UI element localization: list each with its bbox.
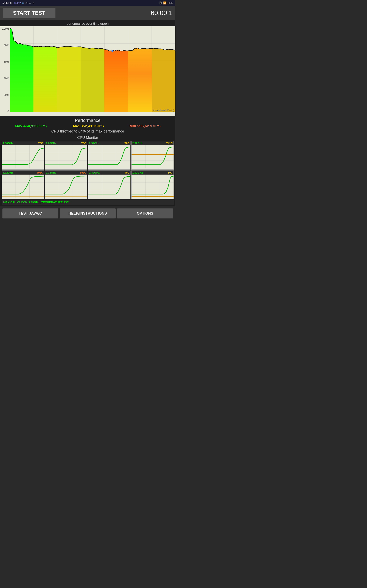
cpu-cell-2-freq: 2.32GHz bbox=[89, 142, 100, 145]
cpu-cell-5: 2.32GHz T93C bbox=[45, 171, 87, 199]
test-java-button[interactable]: TEST JAVA/C bbox=[2, 208, 58, 218]
header-row: START TEST 60:00:1 bbox=[0, 6, 175, 20]
cpu-cell-0-chart bbox=[2, 145, 44, 168]
vibrate-icon: 📳 bbox=[159, 1, 162, 4]
start-test-button[interactable]: START TEST bbox=[3, 8, 55, 18]
nav-icon: ◁ bbox=[25, 1, 27, 4]
svg-marker-18 bbox=[152, 48, 175, 112]
cpu-cell-3-chart bbox=[132, 145, 174, 168]
cpu-cell-3-header: 2.32GHz T41C bbox=[132, 141, 174, 145]
cpu-cell-2-temp: T0C bbox=[124, 142, 129, 145]
cpu-cell-6-header: 2.32GHz T0C bbox=[88, 171, 130, 174]
cpu-cell-4-temp: T93C bbox=[36, 171, 43, 174]
svg-marker-17 bbox=[128, 48, 152, 112]
cpu-cell-1-chart bbox=[45, 145, 87, 168]
cpu-cell-3: 2.32GHz T41C bbox=[131, 141, 174, 170]
performance-chart bbox=[10, 26, 175, 112]
status-right: 📳 📶 85% bbox=[159, 1, 173, 4]
cpu-cell-0-freq: 1.80GHz bbox=[3, 142, 13, 145]
max-clock-bar: MAX CPU CLOCK:3.39GHz, TEMPERATURE:93C bbox=[2, 200, 174, 205]
cpu-cell-1-header: 1.80GHz T0C bbox=[45, 141, 87, 145]
shield-icon: 🛡 bbox=[29, 1, 31, 4]
cpu-cell-1-temp: T0C bbox=[81, 142, 86, 145]
svg-marker-15 bbox=[81, 47, 104, 112]
max-stat: Max 464,933GIPS bbox=[15, 124, 47, 129]
cpu-cell-7: 1.01GHz T0C bbox=[131, 171, 174, 199]
cpu-cell-2: 2.32GHz T0C bbox=[88, 141, 131, 170]
cpu-cell-6-temp: T0C bbox=[124, 171, 129, 174]
cpu-cell-4-freq: 2.32GHz bbox=[3, 171, 13, 174]
cpu-cell-5-temp: T93C bbox=[80, 171, 86, 174]
cpu-cell-7-header: 1.01GHz T0C bbox=[132, 171, 174, 174]
graph-section: performance over time graph 100% 80% 60%… bbox=[0, 20, 175, 116]
cpu-cell-0: 1.80GHz T0C bbox=[2, 141, 44, 170]
chart-area: time(interval 10min) bbox=[10, 26, 175, 112]
cpu-cell-3-freq: 2.32GHz bbox=[132, 142, 143, 145]
wifi-icon: 📶 bbox=[163, 1, 166, 4]
refresh-rate: 144hz bbox=[13, 1, 21, 4]
y-label-0: 0 bbox=[1, 110, 9, 113]
svg-marker-16 bbox=[104, 49, 128, 112]
cpu-monitor-title: CPU Monitor bbox=[2, 136, 174, 140]
y-label-80: 80% bbox=[1, 44, 9, 47]
cpu-cell-2-header: 2.32GHz T0C bbox=[88, 141, 130, 145]
svg-marker-14 bbox=[57, 46, 81, 112]
bottom-buttons: TEST JAVA/C HELP/INSTRUCTIONS OPTIONS bbox=[0, 207, 175, 221]
perf-stats-row: Max 464,933GIPS Avg 352,419GIPS Min 296,… bbox=[2, 124, 173, 129]
cpu-cell-5-chart bbox=[45, 174, 87, 198]
time-display: 5:56 PM bbox=[2, 1, 12, 4]
cpu-cell-1: 1.80GHz T0C bbox=[45, 141, 87, 170]
cpu-cell-5-freq: 2.32GHz bbox=[46, 171, 56, 174]
cpu-cell-6-chart bbox=[88, 174, 130, 198]
timer-display: 60:00:1 bbox=[151, 9, 173, 17]
cpu-cell-0-header: 1.80GHz T0C bbox=[2, 141, 44, 145]
cpu-cell-4-header: 2.32GHz T93C bbox=[2, 171, 44, 174]
battery-display: 85% bbox=[167, 1, 173, 4]
options-button[interactable]: OPTIONS bbox=[117, 208, 173, 218]
cpu-cell-7-temp: T0C bbox=[167, 171, 173, 174]
cpu-monitor-section: CPU Monitor 1.80GHz T0C 1.8 bbox=[0, 135, 175, 207]
y-label-60: 60% bbox=[1, 60, 9, 63]
y-axis: 100% 80% 60% 40% 20% 0 bbox=[0, 26, 10, 116]
graph-container: 100% 80% 60% 40% 20% 0 bbox=[0, 26, 175, 116]
cpu-grid: 1.80GHz T0C 1.80GHz T0C bbox=[2, 141, 174, 199]
svg-marker-12 bbox=[10, 28, 33, 112]
cpu-cell-0-temp: T0C bbox=[38, 142, 43, 145]
y-label-20: 20% bbox=[1, 93, 9, 96]
cpu-cell-1-freq: 1.80GHz bbox=[46, 142, 56, 145]
cpu-cell-7-chart bbox=[132, 174, 174, 198]
performance-title: Performance bbox=[2, 118, 173, 123]
x-axis-label: time(interval 10min) bbox=[153, 109, 174, 112]
y-label-40: 40% bbox=[1, 77, 9, 80]
status-left: 5:56 PM 144hz G ◁ 🛡 ⊙ bbox=[2, 1, 35, 4]
throttle-message: CPU throttled to 64% of its max performa… bbox=[2, 129, 173, 134]
status-bar: 5:56 PM 144hz G ◁ 🛡 ⊙ 📳 📶 85% bbox=[0, 0, 175, 6]
help-instructions-button[interactable]: HELP/INSTRUCTIONS bbox=[60, 208, 115, 218]
cpu-cell-4: 2.32GHz T93C bbox=[2, 171, 44, 199]
cpu-cell-5-header: 2.32GHz T93C bbox=[45, 171, 87, 174]
svg-point-19 bbox=[111, 50, 113, 52]
avg-stat: Avg 352,419GIPS bbox=[72, 124, 104, 129]
svg-marker-13 bbox=[33, 46, 57, 112]
cpu-cell-4-chart bbox=[2, 174, 44, 198]
min-stat: Min 296,627GIPS bbox=[129, 124, 160, 129]
circle-icon: ⊙ bbox=[33, 1, 35, 4]
graph-title: performance over time graph bbox=[0, 21, 175, 26]
cpu-cell-2-chart bbox=[88, 145, 130, 168]
cpu-cell-6: 2.32GHz T0C bbox=[88, 171, 131, 199]
y-label-100: 100% bbox=[1, 27, 9, 30]
cpu-cell-3-temp: T41C bbox=[166, 142, 173, 145]
g-icon: G bbox=[22, 1, 24, 4]
cpu-cell-6-freq: 2.32GHz bbox=[89, 171, 100, 174]
cpu-cell-7-freq: 1.01GHz bbox=[132, 171, 143, 174]
performance-section: Performance Max 464,933GIPS Avg 352,419G… bbox=[0, 116, 175, 135]
